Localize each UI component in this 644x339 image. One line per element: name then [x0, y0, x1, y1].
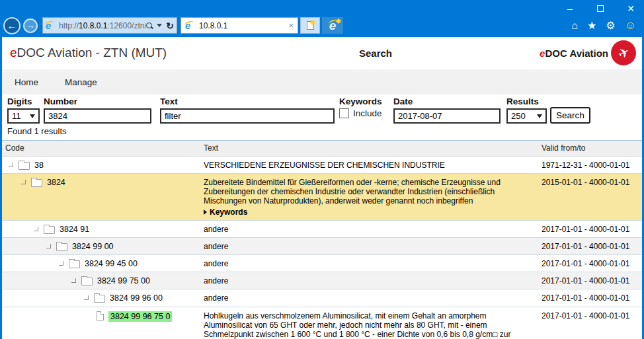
favorites-star-icon[interactable]: ★: [587, 20, 596, 31]
code-cell: 3824 99 00: [2, 238, 201, 254]
page-content: eDOC Aviation - ZTN (MUT) Search eDOC Av…: [0, 37, 644, 339]
folder-icon: [81, 278, 93, 285]
tree-expander-icon[interactable]: [46, 244, 51, 248]
table-row[interactable]: 3824Zubereitete Bindemittel für Gießerei…: [2, 174, 642, 221]
close-button[interactable]: ✕: [625, 3, 636, 14]
code-cell: 3824 91: [2, 221, 201, 237]
tree-expander-icon[interactable]: [59, 261, 63, 266]
tree-expander-icon[interactable]: [71, 278, 76, 283]
code-value: 3824 99 96 00: [110, 293, 163, 303]
text-cell: andere: [201, 272, 539, 289]
results-label: Results: [506, 96, 547, 106]
table-header: Code Text Valid from/to: [2, 141, 642, 157]
code-value: 3824 99 45 00: [85, 259, 138, 268]
main-nav: Home Manage: [2, 69, 642, 94]
folder-icon: [31, 179, 42, 187]
code-cell: 3824 99 45 00: [2, 255, 201, 272]
search-button[interactable]: Search: [550, 107, 590, 124]
column-header-text[interactable]: Text: [201, 141, 539, 156]
code-cell: 3824: [2, 174, 201, 220]
number-input[interactable]: [44, 108, 151, 124]
code-value: 3824 91: [60, 225, 89, 234]
minimize-button[interactable]: –: [565, 3, 575, 14]
triangle-right-icon: [204, 209, 207, 215]
folder-icon: [56, 243, 67, 251]
chevron-down-icon: [30, 114, 35, 118]
page-title: Search: [359, 48, 392, 59]
home-icon[interactable]: ⌂: [571, 20, 578, 31]
browser-tab[interactable]: e 10.8.0.1 ×: [181, 17, 298, 34]
forward-icon: →: [26, 20, 35, 30]
date-label: Date: [393, 96, 501, 106]
refresh-icon[interactable]: ↻: [166, 21, 174, 30]
valid-dates: 2017-01-01 - 4000-01-01: [539, 255, 642, 272]
url-text: http://10.8.0.1:12600/ztn/: [59, 21, 146, 30]
number-label: Number: [44, 96, 151, 106]
ie-logo-icon: e: [46, 20, 57, 31]
table-row[interactable]: 3824 99 00andere2017-01-01 - 4000-01-01: [2, 238, 642, 255]
tree-expander-icon[interactable]: [21, 180, 26, 184]
table-row[interactable]: 38VERSCHIEDENE ERZEUGNISSE DER CHEMISCHE…: [2, 157, 642, 174]
include-label: Include: [353, 108, 382, 118]
column-header-valid[interactable]: Valid from/to: [539, 141, 642, 156]
result-summary: Found 1 results: [2, 126, 642, 140]
code-value: 3824: [47, 178, 65, 187]
keywords-toggle[interactable]: Keywords: [204, 207, 532, 217]
text-cell: Hohlkugeln aus verschmolzenem Aluminosil…: [201, 307, 539, 339]
maximize-button[interactable]: [595, 3, 606, 14]
tree-expander-icon[interactable]: [9, 163, 13, 167]
text-cell: Zubereitete Bindemittel für Gießereiform…: [201, 174, 539, 220]
table-row[interactable]: 3824 99 45 00andere2017-01-01 - 4000-01-…: [2, 255, 642, 272]
search-icon[interactable]: [146, 22, 153, 29]
address-bar[interactable]: e http://10.8.0.1:12600/ztn/ ↻: [42, 17, 177, 34]
title-bar: – ✕: [0, 0, 644, 17]
table-row[interactable]: 3824 99 96 00andere2017-01-01 - 4000-01-…: [2, 289, 642, 307]
code-value: 3824 99 00: [72, 242, 114, 251]
folder-icon: [69, 260, 80, 268]
app-title: eDOC Aviation - ZTN (MUT): [10, 46, 167, 60]
tree-expander-icon[interactable]: [84, 295, 89, 300]
code-cell: 3824 99 96 00: [2, 289, 201, 306]
code-cell: 3824 99 75 00: [2, 272, 201, 289]
include-checkbox[interactable]: [339, 108, 349, 118]
column-header-code[interactable]: Code: [2, 141, 201, 156]
tab-favicon: e: [185, 20, 196, 31]
new-tab-button[interactable]: [300, 17, 320, 34]
tab-title: 10.8.0.1: [199, 21, 288, 30]
chevron-down-icon: [537, 114, 542, 118]
table-row[interactable]: 3824 99 75 00andere2017-01-01 - 4000-01-…: [2, 272, 642, 289]
nav-item-home[interactable]: Home: [15, 77, 38, 87]
text-cell: andere: [201, 255, 539, 272]
folder-icon: [94, 295, 105, 303]
table-body: 38VERSCHIEDENE ERZEUGNISSE DER CHEMISCHE…: [2, 157, 642, 339]
feedback-smiley-icon[interactable]: ☺: [625, 20, 636, 31]
valid-dates: 2017-01-01 - 4000-01-01: [539, 307, 642, 339]
settings-gear-icon[interactable]: ⚙: [606, 20, 615, 31]
text-label: Text: [160, 96, 335, 106]
suggested-sites-button[interactable]: e: [322, 17, 343, 34]
tab-close-icon[interactable]: ×: [288, 20, 294, 30]
tree-expander-icon[interactable]: [34, 227, 38, 231]
table-row[interactable]: 3824 91andere2017-01-01 - 4000-01-01: [2, 221, 642, 238]
date-input[interactable]: [393, 108, 501, 124]
table-row[interactable]: 3824 99 96 75 0Hohlkugeln aus verschmolz…: [2, 307, 642, 339]
address-dropdown-icon[interactable]: [157, 24, 162, 27]
text-cell: VERSCHIEDENE ERZEUGNISSE DER CHEMISCHEN …: [201, 157, 539, 173]
digits-select[interactable]: 11: [7, 108, 40, 124]
text-input[interactable]: [160, 108, 335, 124]
code-cell: 3824 99 96 75 0: [2, 307, 201, 339]
back-button[interactable]: ←: [3, 17, 20, 34]
text-cell: andere: [201, 289, 539, 306]
folder-icon: [19, 162, 30, 170]
code-value: 3824 99 96 75 0: [108, 311, 172, 322]
code-cell: 38: [2, 157, 201, 173]
nav-item-manage[interactable]: Manage: [65, 77, 97, 87]
search-form: Digits 11 Number Text Keywords Include: [2, 94, 642, 126]
results-select[interactable]: 250: [506, 108, 547, 124]
text-cell: andere: [201, 221, 539, 237]
edoc-aviation-logo: eDOC Aviation ✈: [540, 40, 636, 65]
valid-dates: 2017-01-01 - 4000-01-01: [539, 238, 642, 254]
maximize-icon: [597, 5, 604, 12]
forward-button[interactable]: →: [23, 19, 38, 33]
results-table: Code Text Valid from/to 38VERSCHIEDENE E…: [2, 140, 642, 339]
